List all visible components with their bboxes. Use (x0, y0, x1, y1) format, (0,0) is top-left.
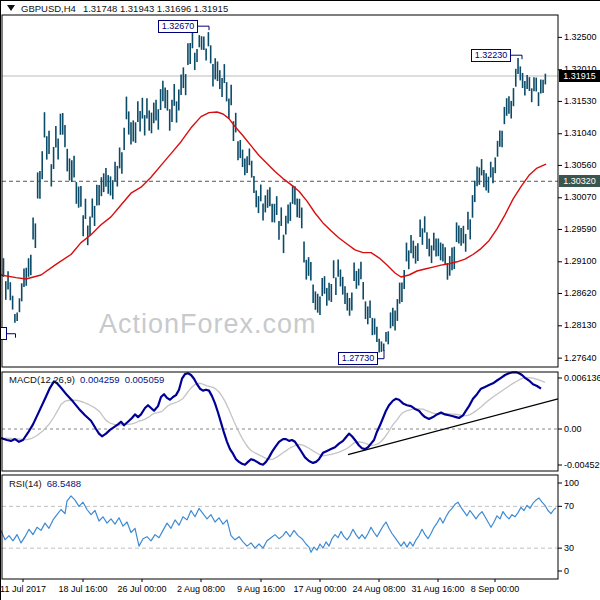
support-level-badge: 1.30320 (559, 175, 600, 187)
rsi-axis-tick-label: 0 (564, 566, 569, 576)
macd-indicator-label: MACD(12,26,9)0.0042590.005059 (9, 374, 164, 385)
price-axis-tick-label: 1.27640 (564, 353, 597, 363)
price-axis-tick-label: 1.28620 (564, 288, 597, 298)
ohlc-values-label: 1.31748 1.31943 1.31696 1.31915 (83, 3, 228, 14)
price-axis-tick-label: 1.30560 (564, 160, 597, 170)
chart-title: GBPUSD,H4 1.31748 1.31943 1.31696 1.3191… (7, 2, 228, 14)
series-line (1, 496, 556, 552)
annotation-connector (511, 55, 522, 59)
current-price-badge: 1.31915 (559, 70, 600, 82)
price-axis-tick-label: 1.31040 (564, 128, 597, 138)
price-axis-tick-label: 1.29590 (564, 224, 597, 234)
date-axis-label: 9 Aug 16:00 (237, 584, 285, 594)
watermark: ActionForex.com (99, 309, 317, 340)
price-annotation: 1.32670 (158, 20, 198, 33)
price-axis-tick-label: 1.31530 (564, 96, 597, 106)
date-axis-label: 18 Jul 16:00 (58, 584, 107, 594)
price-axis-tick-label: 1.28130 (564, 320, 597, 330)
date-axis-label: 26 Jul 00:00 (117, 584, 166, 594)
price-axis-tick-label: 1.29100 (564, 256, 597, 266)
date-axis-label: 31 Aug 16:00 (411, 584, 464, 594)
date-axis-label: 8 Sep 00:00 (471, 584, 520, 594)
price-annotation: 1.32230 (471, 49, 511, 62)
price-annotation (0, 327, 7, 340)
rsi-axis-tick-label: 30 (564, 543, 574, 553)
annotation-connector (198, 26, 209, 30)
rsi-indicator-label: RSI(14)68.5488 (9, 478, 81, 489)
series-line (1, 112, 546, 279)
macd-axis-tick-label: 0.00 (564, 424, 582, 434)
macd-axis-tick-label: -0.004529 (564, 460, 600, 470)
price-axis-tick-label: 1.30070 (564, 192, 597, 202)
date-axis-label: 2 Aug 08:00 (177, 584, 225, 594)
chart-canvas (1, 1, 600, 600)
chevron-down-icon (7, 5, 15, 11)
series-line (1, 372, 541, 464)
price-annotation: 1.27730 (338, 352, 378, 365)
price-axis-tick-label: 1.32500 (564, 32, 597, 42)
date-axis-label: 11 Jul 2017 (0, 584, 46, 594)
symbol-timeframe-label: GBPUSD,H4 (21, 3, 76, 14)
annotation-connector (7, 334, 16, 338)
rsi-panel-border (2, 475, 558, 579)
rsi-axis-tick-label: 70 (564, 501, 574, 511)
rsi-axis-tick-label: 100 (564, 478, 579, 488)
date-axis-label: 17 Aug 00:00 (293, 584, 346, 594)
macd-axis-tick-label: 0.006136 (564, 373, 600, 383)
forex-chart-window: GBPUSD,H4 1.31748 1.31943 1.31696 1.3191… (0, 0, 600, 600)
date-axis-label: 24 Aug 08:00 (352, 584, 405, 594)
